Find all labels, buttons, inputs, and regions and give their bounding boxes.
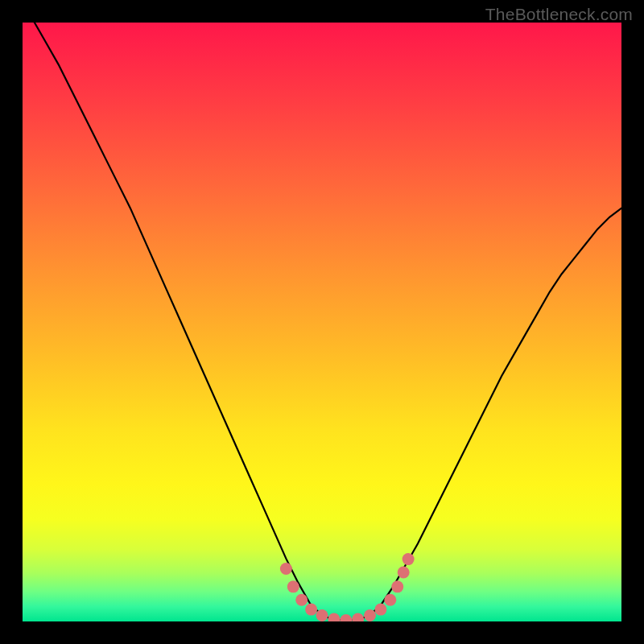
marker-dot [384, 594, 396, 606]
chart-svg [23, 23, 621, 621]
watermark-text: TheBottleneck.com [485, 5, 633, 24]
chart-plot [23, 23, 621, 621]
marker-dot [305, 604, 317, 616]
marker-dot [391, 580, 403, 592]
marker-dot [287, 580, 299, 592]
marker-dot [316, 609, 328, 621]
marker-dot [364, 609, 376, 621]
marker-dot [280, 563, 292, 575]
marker-dot [295, 594, 308, 606]
marker-dot [374, 604, 386, 616]
chart-stage: TheBottleneck.com [0, 0, 644, 644]
marker-dot [402, 553, 415, 565]
marker-dot [398, 566, 410, 578]
